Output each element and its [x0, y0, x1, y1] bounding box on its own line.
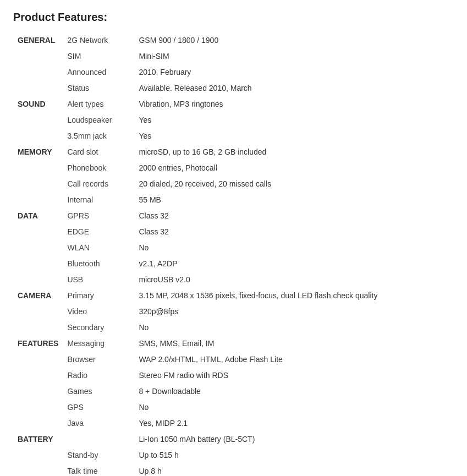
table-row: SIMMini-SIM: [13, 48, 454, 64]
feature-cell: SIM: [63, 48, 134, 64]
value-cell: WAP 2.0/xHTML, HTML, Adobe Flash Lite: [134, 352, 454, 368]
value-cell: microSD, up to 16 GB, 2 GB included: [134, 144, 454, 160]
feature-cell: Bluetooth: [63, 256, 134, 272]
feature-cell: Phonebook: [63, 160, 134, 176]
category-cell: [13, 128, 63, 144]
feature-cell: Browser: [63, 352, 134, 368]
value-cell: 320p@8fps: [134, 304, 454, 320]
category-cell: [13, 400, 63, 415]
feature-cell: 3.5mm jack: [63, 128, 134, 144]
category-cell: [13, 352, 63, 368]
feature-cell: Talk time: [63, 463, 134, 476]
category-cell: [13, 415, 63, 431]
features-table: GENERAL2G NetworkGSM 900 / 1800 / 1900SI…: [13, 32, 454, 476]
category-cell: [13, 224, 63, 240]
table-row: Talk timeUp 8 h: [13, 463, 454, 476]
value-cell: v2.1, A2DP: [134, 256, 454, 272]
value-cell: 20 dialed, 20 received, 20 missed calls: [134, 176, 454, 192]
value-cell: Vibration, MP3 ringtones: [134, 96, 454, 112]
feature-cell: Loudspeaker: [63, 112, 134, 128]
category-cell: [13, 272, 63, 288]
table-row: DATAGPRSClass 32: [13, 208, 454, 224]
table-row: GENERAL2G NetworkGSM 900 / 1800 / 1900: [13, 32, 454, 48]
category-cell: [13, 320, 63, 336]
table-row: BATTERYLi-Ion 1050 mAh battery (BL-5CT): [13, 431, 454, 447]
table-row: BrowserWAP 2.0/xHTML, HTML, Adobe Flash …: [13, 352, 454, 368]
category-cell: CAMERA: [13, 288, 63, 304]
value-cell: SMS, MMS, Email, IM: [134, 336, 454, 352]
value-cell: Yes, MIDP 2.1: [134, 415, 454, 431]
category-cell: [13, 80, 63, 96]
category-cell: [13, 192, 63, 208]
value-cell: No: [134, 400, 454, 415]
value-cell: No: [134, 240, 454, 256]
value-cell: 2010, February: [134, 64, 454, 80]
feature-cell: GPS: [63, 400, 134, 415]
feature-cell: WLAN: [63, 240, 134, 256]
table-row: EDGEClass 32: [13, 224, 454, 240]
feature-cell: Primary: [63, 288, 134, 304]
category-cell: [13, 64, 63, 80]
value-cell: Available. Released 2010, March: [134, 80, 454, 96]
table-row: SecondaryNo: [13, 320, 454, 336]
value-cell: Mini-SIM: [134, 48, 454, 64]
table-row: Announced2010, February: [13, 64, 454, 80]
table-row: LoudspeakerYes: [13, 112, 454, 128]
page-title: Product Features:: [13, 11, 454, 24]
feature-cell: EDGE: [63, 224, 134, 240]
value-cell: 2000 entries, Photocall: [134, 160, 454, 176]
category-cell: GENERAL: [13, 32, 63, 48]
feature-cell: Radio: [63, 368, 134, 384]
value-cell: Up to 515 h: [134, 447, 454, 463]
table-row: Video320p@8fps: [13, 304, 454, 320]
table-row: 3.5mm jackYes: [13, 128, 454, 144]
feature-cell: Messaging: [63, 336, 134, 352]
value-cell: Up 8 h: [134, 463, 454, 476]
category-cell: [13, 447, 63, 463]
category-cell: MEMORY: [13, 144, 63, 160]
category-cell: BATTERY: [13, 431, 63, 447]
category-cell: [13, 160, 63, 176]
category-cell: [13, 384, 63, 400]
feature-cell: [63, 431, 134, 447]
feature-cell: 2G Network: [63, 32, 134, 48]
category-cell: [13, 176, 63, 192]
value-cell: No: [134, 320, 454, 336]
category-cell: FEATURES: [13, 336, 63, 352]
table-row: CAMERAPrimary3.15 MP, 2048 x 1536 pixels…: [13, 288, 454, 304]
feature-cell: Video: [63, 304, 134, 320]
table-row: Phonebook2000 entries, Photocall: [13, 160, 454, 176]
feature-cell: Internal: [63, 192, 134, 208]
value-cell: Li-Ion 1050 mAh battery (BL-5CT): [134, 431, 454, 447]
table-row: MEMORYCard slotmicroSD, up to 16 GB, 2 G…: [13, 144, 454, 160]
value-cell: 55 MB: [134, 192, 454, 208]
value-cell: microUSB v2.0: [134, 272, 454, 288]
feature-cell: Alert types: [63, 96, 134, 112]
table-row: Games8 + Downloadable: [13, 384, 454, 400]
value-cell: Yes: [134, 112, 454, 128]
table-row: RadioStereo FM radio with RDS: [13, 368, 454, 384]
category-cell: DATA: [13, 208, 63, 224]
value-cell: Class 32: [134, 224, 454, 240]
table-row: WLANNo: [13, 240, 454, 256]
table-row: StatusAvailable. Released 2010, March: [13, 80, 454, 96]
category-cell: [13, 112, 63, 128]
feature-cell: Java: [63, 415, 134, 431]
value-cell: 3.15 MP, 2048 x 1536 pixels, fixed-focus…: [134, 288, 454, 304]
feature-cell: Announced: [63, 64, 134, 80]
category-cell: [13, 240, 63, 256]
category-cell: [13, 368, 63, 384]
feature-cell: GPRS: [63, 208, 134, 224]
category-cell: [13, 256, 63, 272]
table-row: SOUNDAlert typesVibration, MP3 ringtones: [13, 96, 454, 112]
value-cell: Yes: [134, 128, 454, 144]
value-cell: Class 32: [134, 208, 454, 224]
table-row: JavaYes, MIDP 2.1: [13, 415, 454, 431]
table-row: Call records20 dialed, 20 received, 20 m…: [13, 176, 454, 192]
feature-cell: Stand-by: [63, 447, 134, 463]
category-cell: SOUND: [13, 96, 63, 112]
feature-cell: Games: [63, 384, 134, 400]
table-row: Stand-byUp to 515 h: [13, 447, 454, 463]
feature-cell: Card slot: [63, 144, 134, 160]
value-cell: GSM 900 / 1800 / 1900: [134, 32, 454, 48]
